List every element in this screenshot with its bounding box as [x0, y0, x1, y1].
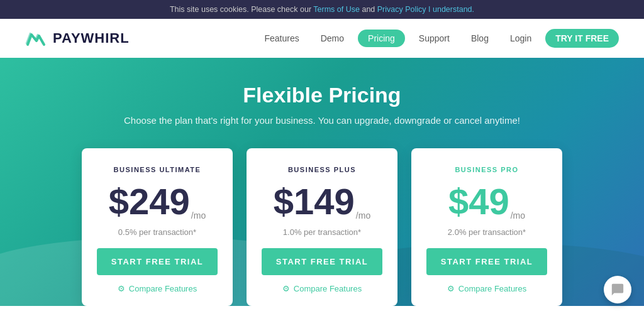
card-ultimate-title: BUSINESS ULTIMATE	[97, 166, 218, 173]
card-pro-price: $49/mo	[426, 183, 547, 220]
hero-section: Flexible Pricing Choose the plan that's …	[0, 58, 644, 306]
compare-plus[interactable]: ⚙ Compare Features	[262, 284, 382, 293]
card-plus-transaction: 1.0% per transaction*	[262, 227, 382, 237]
understand-link[interactable]: I understand.	[428, 5, 474, 14]
card-plus-price: $149/mo	[262, 183, 382, 220]
privacy-link[interactable]: Privacy Policy	[377, 5, 426, 14]
cta-pro[interactable]: START FREE TRIAL	[426, 248, 547, 275]
nav-item-login[interactable]: Login	[502, 33, 539, 44]
cookie-and: and	[362, 5, 377, 14]
nav-item-blog[interactable]: Blog	[464, 33, 496, 44]
card-ultimate-price: $249/mo	[97, 183, 218, 220]
gear-icon-ultimate: ⚙	[118, 284, 125, 293]
terms-link[interactable]: Terms of Use	[313, 5, 360, 14]
card-pro-title: BUSINESS PRO	[426, 166, 547, 173]
compare-ultimate[interactable]: ⚙ Compare Features	[97, 284, 218, 293]
cta-ultimate[interactable]: START FREE TRIAL	[97, 248, 218, 275]
cookie-text: This site uses cookies. Please check our	[170, 5, 313, 14]
chat-icon	[611, 283, 625, 297]
nav-item-support[interactable]: Support	[411, 33, 457, 44]
cookie-bar: This site uses cookies. Please check our…	[0, 0, 644, 19]
card-plus-title: BUSINESS PLUS	[262, 166, 382, 173]
card-pro-transaction: 2.0% per transaction*	[426, 227, 547, 237]
nav-item-demo[interactable]: Demo	[313, 33, 352, 44]
compare-pro[interactable]: ⚙ Compare Features	[426, 284, 547, 293]
navbar: PAYWHIRL Features Demo Pricing Support B…	[0, 19, 644, 58]
card-plus: BUSINESS PLUS $149/mo 1.0% per transacti…	[247, 148, 397, 306]
nav-item-pricing[interactable]: Pricing	[358, 33, 405, 44]
hero-title: Flexible Pricing	[13, 83, 631, 107]
gear-icon-pro: ⚙	[447, 284, 455, 293]
card-pro: BUSINESS PRO $49/mo 2.0% per transaction…	[411, 148, 562, 306]
pricing-cards: BUSINESS ULTIMATE $249/mo 0.5% per trans…	[13, 148, 631, 306]
card-ultimate-transaction: 0.5% per transaction*	[97, 227, 218, 237]
cta-plus[interactable]: START FREE TRIAL	[262, 248, 382, 275]
gear-icon-plus: ⚙	[282, 284, 290, 293]
logo-icon	[25, 30, 48, 47]
nav-links: Features Demo Pricing Support Blog Login…	[257, 33, 619, 44]
nav-item-features[interactable]: Features	[257, 33, 306, 44]
nav-item-try-free[interactable]: TRY IT FREE	[545, 33, 619, 44]
hero-subtitle: Choose the plan that's right for your bu…	[13, 115, 631, 126]
card-ultimate: BUSINESS ULTIMATE $249/mo 0.5% per trans…	[82, 148, 233, 306]
logo[interactable]: PAYWHIRL	[25, 30, 130, 47]
chat-bubble[interactable]	[604, 276, 631, 303]
logo-text: PAYWHIRL	[53, 30, 130, 46]
